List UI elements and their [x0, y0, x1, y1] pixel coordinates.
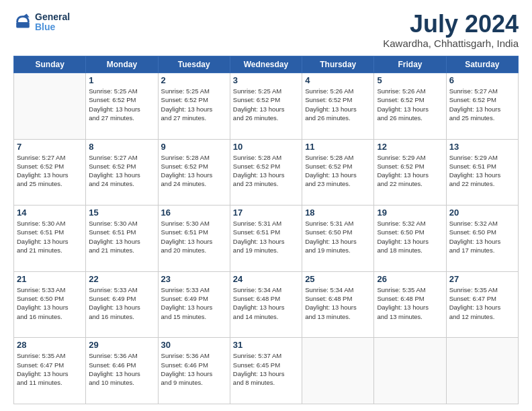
- table-row: 13Sunrise: 5:29 AM Sunset: 6:51 PM Dayli…: [446, 139, 518, 205]
- day-content: Sunrise: 5:36 AM Sunset: 6:46 PM Dayligh…: [161, 351, 227, 387]
- day-content: Sunrise: 5:25 AM Sunset: 6:52 PM Dayligh…: [89, 87, 154, 122]
- day-number: 25: [305, 274, 371, 284]
- day-content: Sunrise: 5:26 AM Sunset: 6:52 PM Dayligh…: [305, 87, 371, 122]
- day-content: Sunrise: 5:29 AM Sunset: 6:51 PM Dayligh…: [449, 153, 515, 189]
- day-content: Sunrise: 5:26 AM Sunset: 6:52 PM Dayligh…: [377, 87, 443, 122]
- day-number: 31: [233, 340, 299, 350]
- table-row: 21Sunrise: 5:33 AM Sunset: 6:50 PM Dayli…: [14, 271, 86, 338]
- table-row: 2Sunrise: 5:25 AM Sunset: 6:52 PM Daylig…: [158, 73, 230, 140]
- day-number: 28: [17, 340, 83, 350]
- day-number: 27: [449, 274, 515, 284]
- table-row: 11Sunrise: 5:28 AM Sunset: 6:52 PM Dayli…: [302, 139, 374, 205]
- day-content: Sunrise: 5:36 AM Sunset: 6:46 PM Dayligh…: [89, 351, 154, 387]
- day-number: 1: [89, 75, 154, 85]
- day-content: Sunrise: 5:37 AM Sunset: 6:45 PM Dayligh…: [233, 351, 299, 387]
- table-row: 4Sunrise: 5:26 AM Sunset: 6:52 PM Daylig…: [302, 73, 374, 140]
- day-content: Sunrise: 5:35 AM Sunset: 6:47 PM Dayligh…: [17, 351, 83, 387]
- calendar-row: 21Sunrise: 5:33 AM Sunset: 6:50 PM Dayli…: [14, 271, 519, 338]
- table-row: [446, 338, 518, 404]
- title-block: July 2024 Kawardha, Chhattisgarh, India: [383, 12, 519, 49]
- day-number: 30: [161, 340, 227, 350]
- table-row: 9Sunrise: 5:28 AM Sunset: 6:52 PM Daylig…: [158, 139, 230, 205]
- calendar-row: 7Sunrise: 5:27 AM Sunset: 6:52 PM Daylig…: [14, 139, 519, 205]
- table-row: 1Sunrise: 5:25 AM Sunset: 6:52 PM Daylig…: [86, 73, 158, 140]
- location: Kawardha, Chhattisgarh, India: [383, 38, 519, 49]
- day-content: Sunrise: 5:30 AM Sunset: 6:51 PM Dayligh…: [17, 219, 83, 255]
- header-friday: Friday: [374, 56, 446, 73]
- day-content: Sunrise: 5:28 AM Sunset: 6:52 PM Dayligh…: [233, 153, 299, 189]
- day-content: Sunrise: 5:30 AM Sunset: 6:51 PM Dayligh…: [161, 219, 227, 255]
- page: General Blue July 2024 Kawardha, Chhatti…: [0, 0, 532, 411]
- day-number: 21: [17, 274, 83, 284]
- day-number: 8: [89, 142, 154, 152]
- table-row: 22Sunrise: 5:33 AM Sunset: 6:49 PM Dayli…: [86, 271, 158, 338]
- day-number: 7: [17, 142, 83, 152]
- day-number: 3: [233, 75, 299, 85]
- day-number: 19: [377, 208, 443, 218]
- day-content: Sunrise: 5:34 AM Sunset: 6:48 PM Dayligh…: [233, 285, 299, 321]
- day-content: Sunrise: 5:27 AM Sunset: 6:52 PM Dayligh…: [17, 153, 83, 189]
- day-content: Sunrise: 5:28 AM Sunset: 6:52 PM Dayligh…: [161, 153, 227, 189]
- day-number: 2: [161, 75, 227, 85]
- table-row: 5Sunrise: 5:26 AM Sunset: 6:52 PM Daylig…: [374, 73, 446, 140]
- table-row: 27Sunrise: 5:35 AM Sunset: 6:47 PM Dayli…: [446, 271, 518, 338]
- calendar-table: Sunday Monday Tuesday Wednesday Thursday…: [13, 56, 519, 404]
- day-number: 12: [377, 142, 443, 152]
- day-content: Sunrise: 5:25 AM Sunset: 6:52 PM Dayligh…: [161, 87, 227, 122]
- day-number: 9: [161, 142, 227, 152]
- day-number: 16: [161, 208, 227, 218]
- day-number: 15: [89, 208, 154, 218]
- table-row: 25Sunrise: 5:34 AM Sunset: 6:48 PM Dayli…: [302, 271, 374, 338]
- svg-rect-0: [16, 22, 30, 28]
- day-number: 18: [305, 208, 371, 218]
- logo-text: General Blue: [35, 12, 70, 33]
- table-row: 16Sunrise: 5:30 AM Sunset: 6:51 PM Dayli…: [158, 205, 230, 272]
- table-row: 7Sunrise: 5:27 AM Sunset: 6:52 PM Daylig…: [14, 139, 86, 205]
- table-row: 12Sunrise: 5:29 AM Sunset: 6:52 PM Dayli…: [374, 139, 446, 205]
- day-content: Sunrise: 5:33 AM Sunset: 6:49 PM Dayligh…: [89, 285, 154, 321]
- table-row: 23Sunrise: 5:33 AM Sunset: 6:49 PM Dayli…: [158, 271, 230, 338]
- header-tuesday: Tuesday: [158, 56, 230, 73]
- table-row: 29Sunrise: 5:36 AM Sunset: 6:46 PM Dayli…: [86, 338, 158, 404]
- day-number: 26: [377, 274, 443, 284]
- table-row: 24Sunrise: 5:34 AM Sunset: 6:48 PM Dayli…: [230, 271, 302, 338]
- table-row: 19Sunrise: 5:32 AM Sunset: 6:50 PM Dayli…: [374, 205, 446, 272]
- day-number: 22: [89, 274, 154, 284]
- day-content: Sunrise: 5:35 AM Sunset: 6:47 PM Dayligh…: [449, 285, 515, 321]
- day-content: Sunrise: 5:27 AM Sunset: 6:52 PM Dayligh…: [449, 87, 515, 122]
- header-thursday: Thursday: [302, 56, 374, 73]
- day-number: 24: [233, 274, 299, 284]
- day-number: 10: [233, 142, 299, 152]
- table-row: 6Sunrise: 5:27 AM Sunset: 6:52 PM Daylig…: [446, 73, 518, 140]
- day-content: Sunrise: 5:35 AM Sunset: 6:48 PM Dayligh…: [377, 285, 443, 321]
- table-row: 14Sunrise: 5:30 AM Sunset: 6:51 PM Dayli…: [14, 205, 86, 272]
- day-content: Sunrise: 5:28 AM Sunset: 6:52 PM Dayligh…: [305, 153, 371, 189]
- day-content: Sunrise: 5:33 AM Sunset: 6:49 PM Dayligh…: [161, 285, 227, 321]
- table-row: 3Sunrise: 5:25 AM Sunset: 6:52 PM Daylig…: [230, 73, 302, 140]
- header-wednesday: Wednesday: [230, 56, 302, 73]
- header-monday: Monday: [86, 56, 158, 73]
- table-row: 28Sunrise: 5:35 AM Sunset: 6:47 PM Dayli…: [14, 338, 86, 404]
- table-row: 10Sunrise: 5:28 AM Sunset: 6:52 PM Dayli…: [230, 139, 302, 205]
- table-row: 31Sunrise: 5:37 AM Sunset: 6:45 PM Dayli…: [230, 338, 302, 404]
- table-row: 17Sunrise: 5:31 AM Sunset: 6:51 PM Dayli…: [230, 205, 302, 272]
- header: General Blue July 2024 Kawardha, Chhatti…: [13, 12, 519, 49]
- table-row: 26Sunrise: 5:35 AM Sunset: 6:48 PM Dayli…: [374, 271, 446, 338]
- table-row: 8Sunrise: 5:27 AM Sunset: 6:52 PM Daylig…: [86, 139, 158, 205]
- table-row: 30Sunrise: 5:36 AM Sunset: 6:46 PM Dayli…: [158, 338, 230, 404]
- day-number: 13: [449, 142, 515, 152]
- calendar-row: 14Sunrise: 5:30 AM Sunset: 6:51 PM Dayli…: [14, 205, 519, 272]
- table-row: [14, 73, 86, 140]
- table-row: [374, 338, 446, 404]
- day-number: 5: [377, 75, 443, 85]
- day-content: Sunrise: 5:30 AM Sunset: 6:51 PM Dayligh…: [89, 219, 154, 255]
- month-title: July 2024: [383, 12, 519, 36]
- day-content: Sunrise: 5:34 AM Sunset: 6:48 PM Dayligh…: [305, 285, 371, 321]
- day-number: 29: [89, 340, 154, 350]
- logo: General Blue: [13, 12, 70, 33]
- day-content: Sunrise: 5:33 AM Sunset: 6:50 PM Dayligh…: [17, 285, 83, 321]
- day-content: Sunrise: 5:27 AM Sunset: 6:52 PM Dayligh…: [89, 153, 154, 189]
- day-number: 4: [305, 75, 371, 85]
- day-number: 6: [449, 75, 515, 85]
- calendar-row: 28Sunrise: 5:35 AM Sunset: 6:47 PM Dayli…: [14, 338, 519, 404]
